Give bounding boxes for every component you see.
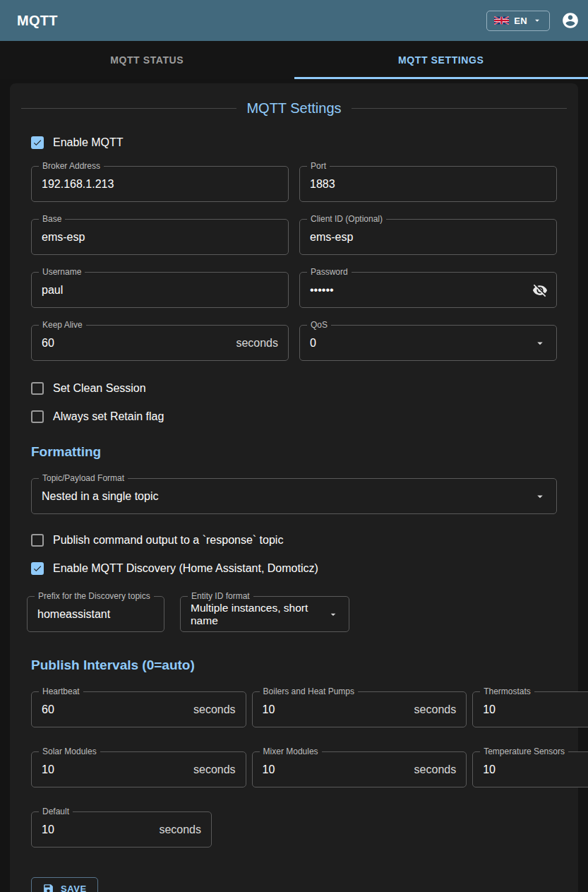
field-label: Heartbeat	[39, 686, 83, 696]
tab-mqtt-status[interactable]: MQTT STATUS	[0, 41, 294, 79]
interval-input[interactable]	[42, 763, 188, 776]
checkbox-label: Enable MQTT Discovery (Home Assistant, D…	[53, 562, 318, 575]
broker-address-field[interactable]: Broker Address	[31, 166, 289, 202]
field-label: Solar Modules	[39, 747, 100, 756]
field-label: QoS	[307, 320, 331, 330]
topic-format-selected-value: Nested in a single topic	[42, 490, 528, 503]
divider	[21, 108, 236, 109]
qos-select[interactable]: QoS 0	[299, 325, 557, 361]
username-input[interactable]	[42, 284, 278, 297]
active-tab-indicator	[294, 77, 588, 79]
section-heading-publish-intervals: Publish Intervals (0=auto)	[31, 658, 557, 673]
field-label: Keep Alive	[39, 320, 86, 330]
divider	[352, 108, 567, 109]
checkbox-unchecked-icon[interactable]	[31, 410, 44, 423]
checkbox-checked-icon[interactable]	[31, 136, 44, 149]
client-id-input[interactable]	[310, 231, 546, 244]
tab-mqtt-settings[interactable]: MQTT SETTINGS	[294, 41, 588, 79]
settings-card: MQTT Settings Enable MQTT Broker Address…	[10, 83, 578, 892]
interval-mixer-field[interactable]: Mixer Modules seconds	[252, 751, 467, 787]
interval-heartbeat-field[interactable]: Heartbeat seconds	[31, 691, 246, 727]
base-input[interactable]	[42, 231, 278, 244]
discovery-prefix-input[interactable]	[37, 608, 154, 621]
chevron-down-icon[interactable]	[328, 609, 339, 620]
language-selector[interactable]: EN	[486, 11, 550, 31]
qos-selected-value: 0	[310, 337, 528, 350]
checkbox-label: Set Clean Session	[53, 382, 146, 395]
toggle-password-visibility-button[interactable]	[529, 280, 551, 301]
unit-suffix: seconds	[414, 703, 457, 716]
interval-input[interactable]	[42, 703, 188, 716]
field-label: Default	[39, 807, 73, 816]
checkbox-checked-icon[interactable]	[31, 562, 44, 575]
topic-payload-format-select[interactable]: Topic/Payload Format Nested in a single …	[31, 478, 557, 514]
field-label: Mixer Modules	[260, 747, 322, 756]
page-title: MQTT	[17, 13, 486, 29]
field-label: Topic/Payload Format	[39, 473, 128, 483]
chevron-down-icon[interactable]	[534, 337, 546, 350]
interval-temperature-field[interactable]: Temperature Sensors seconds	[472, 751, 588, 787]
retain-flag-checkbox[interactable]: Always set Retain flag	[31, 410, 557, 423]
mqtt-discovery-checkbox[interactable]: Enable MQTT Discovery (Home Assistant, D…	[31, 562, 557, 575]
unit-suffix: seconds	[236, 337, 278, 350]
port-field[interactable]: Port	[299, 166, 557, 202]
interval-input[interactable]	[263, 763, 409, 776]
field-label: Base	[39, 214, 65, 224]
checkbox-label: Always set Retain flag	[53, 410, 164, 423]
entity-id-format-select[interactable]: Entity ID format Multiple instances, sho…	[180, 596, 349, 632]
username-field[interactable]: Username	[31, 272, 289, 308]
unit-suffix: seconds	[414, 763, 457, 776]
tab-label: MQTT STATUS	[110, 54, 184, 66]
interval-input[interactable]	[42, 823, 153, 836]
unit-suffix: seconds	[193, 763, 236, 776]
port-input[interactable]	[310, 178, 546, 191]
interval-input[interactable]	[483, 763, 588, 776]
section-title: MQTT Settings	[246, 100, 341, 117]
field-label: Entity ID format	[188, 591, 253, 601]
keep-alive-field[interactable]: Keep Alive seconds	[31, 325, 289, 361]
base-field[interactable]: Base	[31, 219, 289, 255]
field-label: Prefix for the Discovery topics	[35, 591, 154, 601]
publish-response-checkbox[interactable]: Publish command output to a `response` t…	[31, 534, 557, 547]
password-input[interactable]	[310, 284, 529, 297]
interval-input[interactable]	[263, 703, 409, 716]
field-label: Password	[307, 267, 352, 277]
field-label: Client ID (Optional)	[307, 214, 386, 224]
section-heading-mqtt-settings: MQTT Settings	[21, 100, 567, 117]
language-label: EN	[514, 16, 527, 26]
chevron-down-icon	[532, 16, 542, 25]
save-button-label: SAVE	[61, 884, 87, 892]
interval-boilers-field[interactable]: Boilers and Heat Pumps seconds	[252, 691, 467, 727]
eye-off-icon	[532, 283, 548, 298]
password-field[interactable]: Password	[299, 272, 557, 308]
chevron-down-icon[interactable]	[534, 490, 546, 503]
field-label: Thermostats	[480, 686, 534, 696]
checkbox-unchecked-icon[interactable]	[31, 382, 44, 395]
interval-input[interactable]	[483, 703, 588, 716]
field-label: Temperature Sensors	[480, 747, 568, 756]
clean-session-checkbox[interactable]: Set Clean Session	[31, 382, 557, 395]
uk-flag-icon	[494, 16, 509, 25]
app-bar: MQTT EN	[0, 0, 588, 41]
account-icon[interactable]	[561, 11, 580, 30]
unit-suffix: seconds	[159, 823, 201, 836]
keep-alive-input[interactable]	[42, 337, 230, 350]
checkbox-label: Publish command output to a `response` t…	[53, 534, 283, 547]
field-label: Broker Address	[39, 161, 104, 171]
interval-solar-field[interactable]: Solar Modules seconds	[31, 751, 246, 787]
field-label: Username	[39, 267, 85, 277]
enable-mqtt-checkbox[interactable]: Enable MQTT	[31, 136, 557, 149]
unit-suffix: seconds	[193, 703, 236, 716]
section-heading-formatting: Formatting	[31, 444, 557, 460]
save-button[interactable]: SAVE	[31, 877, 98, 892]
tab-label: MQTT SETTINGS	[398, 54, 484, 66]
field-label: Port	[307, 161, 330, 171]
entity-format-selected-value: Multiple instances, short name	[191, 602, 322, 627]
discovery-prefix-field[interactable]: Prefix for the Discovery topics	[27, 596, 164, 632]
client-id-field[interactable]: Client ID (Optional)	[299, 219, 557, 255]
interval-thermostats-field[interactable]: Thermostats seconds	[472, 691, 588, 727]
checkbox-label: Enable MQTT	[53, 136, 124, 149]
checkbox-unchecked-icon[interactable]	[31, 534, 44, 547]
broker-address-input[interactable]	[42, 178, 278, 191]
interval-default-field[interactable]: Default seconds	[31, 811, 212, 848]
